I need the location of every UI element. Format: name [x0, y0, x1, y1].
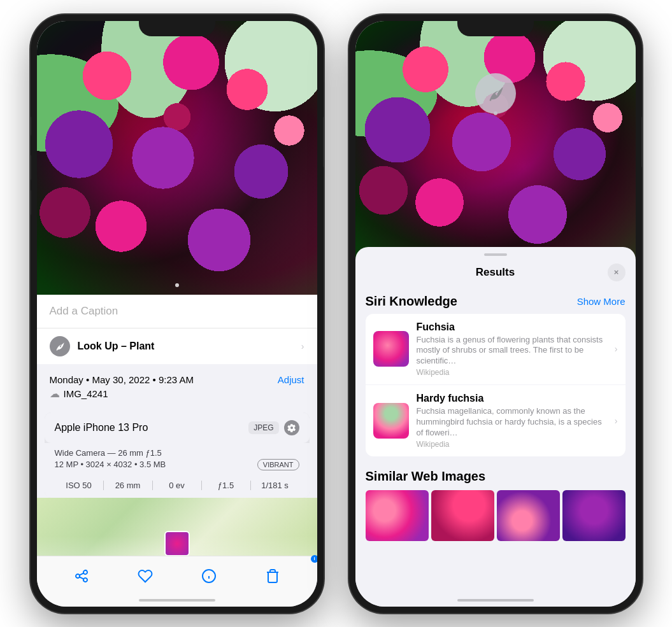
favorite-button[interactable]: [132, 563, 158, 589]
similar-grid: [366, 490, 626, 541]
hardy-source: Wikipedia: [417, 440, 610, 449]
date-section: Monday • May 30, 2022 • 9:23 AM Adjust ☁…: [37, 364, 317, 407]
knowledge-text-fuchsia: Fuchsia Fuchsia is a genus of flowering …: [417, 321, 610, 377]
thumb-fuchsia-img: [373, 331, 409, 367]
similar-thumb-1[interactable]: [366, 490, 429, 541]
flower-overlay-left: [37, 21, 317, 295]
specs-line1: Wide Camera — 26 mm ƒ1.5: [55, 448, 299, 458]
info-button[interactable]: i: [196, 563, 222, 589]
flower-photo-left: [37, 21, 317, 295]
gear-icon[interactable]: [284, 420, 299, 435]
filename-text: IMG_4241: [64, 388, 108, 399]
flower-overlay-right: [355, 21, 636, 263]
caption-area[interactable]: Add a Caption: [37, 295, 317, 328]
fuchsia-desc: Fuchsia is a genus of flowering plants t…: [417, 335, 610, 367]
hardy-desc: Fuchsia magellanica, commonly known as t…: [417, 406, 610, 439]
exif-shutter: 1/181 s: [251, 481, 299, 490]
left-phone-screen: Add a Caption Look Up – Plant › Monday •…: [37, 21, 317, 607]
similar-section: Similar Web Images: [355, 461, 636, 546]
knowledge-thumb-fuchsia: [373, 331, 409, 367]
siri-knowledge-header: Siri Knowledge Show More: [355, 289, 636, 314]
phones-container: Add a Caption Look Up – Plant › Monday •…: [0, 0, 672, 627]
exif-iso: ISO 50: [55, 481, 104, 490]
right-photo-area: [355, 21, 636, 263]
map-area[interactable]: [37, 498, 317, 561]
home-indicator-left: [139, 599, 215, 602]
specs-resolution: 12 MP • 3024 × 4032 • 3.5 MB: [55, 460, 166, 469]
format-badge: JPEG: [248, 421, 278, 434]
lookup-chevron: ›: [301, 341, 304, 351]
similar-thumb-4[interactable]: [562, 490, 626, 541]
vol-down-button: [31, 190, 31, 215]
results-sheet: Results × Siri Knowledge Show More Fuchs…: [355, 247, 636, 607]
flower-photo-right: [355, 21, 636, 263]
silent-button: [31, 116, 31, 136]
device-badges: JPEG: [248, 420, 299, 435]
right-phone-frame: Results × Siri Knowledge Show More Fuchs…: [349, 15, 642, 613]
device-name: Apple iPhone 13 Pro: [55, 422, 148, 433]
fuchsia-title: Fuchsia: [417, 321, 610, 333]
knowledge-thumb-hardy: [373, 403, 409, 439]
show-more-button[interactable]: Show More: [577, 296, 626, 307]
device-section: Apple iPhone 13 Pro JPEG Wide Camera — 2…: [45, 412, 310, 498]
knowledge-card: Fuchsia Fuchsia is a genus of flowering …: [366, 314, 626, 456]
exif-aperture: ƒ1.5: [202, 481, 251, 490]
exif-ev: 0 ev: [153, 481, 202, 490]
sheet-header: Results ×: [355, 264, 636, 289]
close-button[interactable]: ×: [608, 264, 626, 281]
visual-search-bubble[interactable]: [475, 73, 516, 114]
share-button[interactable]: [69, 563, 94, 589]
map-thumbnail: [164, 531, 190, 556]
similar-thumb-2[interactable]: [431, 490, 494, 541]
similar-thumb-3[interactable]: [497, 490, 560, 541]
lookup-icon: [50, 336, 70, 356]
cloud-icon: ☁: [50, 388, 60, 400]
exif-row: ISO 50 26 mm 0 ev ƒ1.5 1/181 s: [45, 476, 310, 498]
siri-knowledge-title: Siri Knowledge: [366, 294, 457, 309]
device-row: Apple iPhone 13 Pro JPEG: [45, 412, 310, 443]
lookup-row[interactable]: Look Up – Plant ›: [37, 328, 317, 364]
knowledge-text-hardy: Hardy fuchsia Fuchsia magellanica, commo…: [417, 393, 610, 449]
left-phone-frame: Add a Caption Look Up – Plant › Monday •…: [31, 15, 324, 613]
sheet-handle[interactable]: [484, 253, 507, 256]
map-thumb-flower: [166, 532, 189, 555]
knowledge-item-hardy[interactable]: Hardy fuchsia Fuchsia magellanica, commo…: [366, 385, 626, 456]
hardy-chevron: ›: [615, 416, 618, 426]
thumb-hardy-img: [373, 403, 409, 439]
photo-dot-left: [175, 283, 179, 287]
exif-focal: 26 mm: [104, 481, 153, 490]
similar-title: Similar Web Images: [366, 469, 626, 484]
visual-search-dot: [494, 111, 497, 115]
hardy-title: Hardy fuchsia: [417, 393, 610, 404]
left-photo-area[interactable]: [37, 21, 317, 295]
results-title: Results: [383, 266, 608, 279]
home-indicator-right: [457, 599, 534, 602]
date-text: Monday • May 30, 2022 • 9:23 AM: [50, 374, 194, 385]
camera-specs: Wide Camera — 26 mm ƒ1.5 12 MP • 3024 × …: [45, 443, 310, 476]
right-phone-screen: Results × Siri Knowledge Show More Fuchs…: [355, 21, 636, 607]
lookup-label: Look Up – Plant: [78, 341, 155, 352]
knowledge-item-fuchsia[interactable]: Fuchsia Fuchsia is a genus of flowering …: [366, 314, 626, 386]
delete-button[interactable]: [260, 563, 285, 589]
fuchsia-source: Wikipedia: [417, 368, 610, 377]
caption-placeholder[interactable]: Add a Caption: [50, 305, 118, 317]
specs-line2: 12 MP • 3024 × 4032 • 3.5 MB VIBRANT: [55, 459, 299, 470]
adjust-button[interactable]: Adjust: [278, 374, 304, 385]
vol-up-button: [31, 155, 31, 180]
vibrant-badge: VIBRANT: [257, 459, 299, 470]
fuchsia-chevron: ›: [615, 344, 618, 354]
